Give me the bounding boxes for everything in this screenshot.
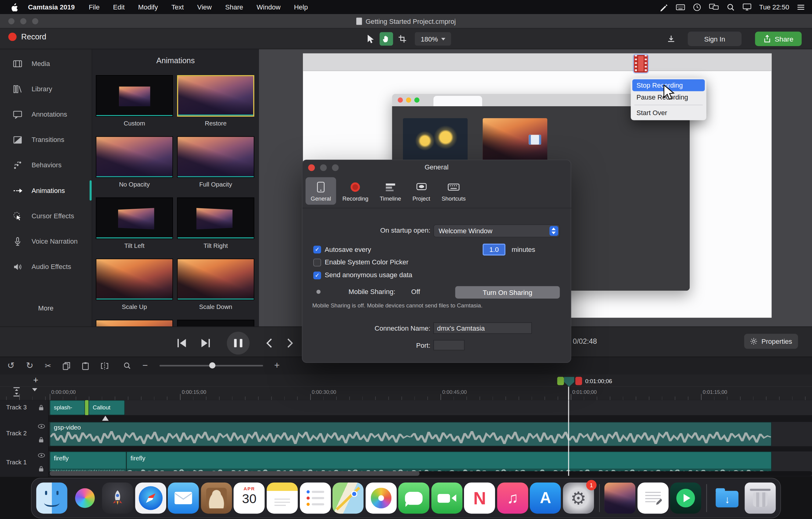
scrollbar-thumb[interactable] xyxy=(50,471,419,476)
dock-news[interactable]: N xyxy=(464,483,495,514)
dock-pictures[interactable] xyxy=(604,483,635,514)
clip-splash[interactable]: splash- xyxy=(50,400,85,415)
dock-mail[interactable] xyxy=(168,483,199,514)
tab-general[interactable]: General xyxy=(306,177,336,205)
menu-view[interactable]: View xyxy=(190,3,219,11)
eye-icon[interactable] xyxy=(38,453,45,458)
sidebar-more[interactable]: More xyxy=(0,304,91,312)
dock-system-preferences[interactable]: ⚙ 1 xyxy=(563,483,594,514)
timeline-lane-track3[interactable] xyxy=(49,400,812,415)
pen-icon[interactable] xyxy=(660,3,668,11)
dock-music[interactable]: ♫ xyxy=(497,483,528,514)
dialog-close-button[interactable] xyxy=(308,164,315,171)
turn-on-sharing-button[interactable]: Turn On Sharing xyxy=(455,286,560,299)
sidebar-item-annotations[interactable]: Annotations xyxy=(0,102,91,127)
dock-calendar[interactable]: APR 30 xyxy=(234,483,265,514)
dialog-zoom-button[interactable] xyxy=(332,164,339,171)
animation-item-tilt-right[interactable]: Tilt Right xyxy=(177,197,254,250)
cut-button[interactable]: ✂ xyxy=(45,361,51,370)
dock-downloads[interactable]: ↓ xyxy=(712,483,743,514)
sidebar-item-media[interactable]: Media xyxy=(0,51,91,76)
split-button[interactable] xyxy=(100,361,109,370)
dock-messages[interactable] xyxy=(398,483,430,514)
dock-textedit[interactable] xyxy=(637,483,668,514)
add-track-button[interactable]: + xyxy=(31,376,40,385)
app-menu-title[interactable]: Camtasia 2019 xyxy=(21,3,82,11)
keyboard-icon[interactable] xyxy=(676,3,685,11)
connection-name-input[interactable] xyxy=(433,322,532,334)
lock-icon[interactable] xyxy=(38,404,44,411)
pause-button[interactable] xyxy=(227,332,250,355)
animation-item-scale-down[interactable]: Scale Down xyxy=(177,258,254,311)
tab-recording[interactable]: Recording xyxy=(337,177,373,205)
monitor-icon[interactable] xyxy=(743,3,751,11)
autosave-checkbox[interactable]: ✓ xyxy=(313,246,321,253)
menu-window[interactable]: Window xyxy=(250,3,287,11)
notification-center-icon[interactable] xyxy=(797,4,805,10)
properties-button[interactable]: Properties xyxy=(744,334,798,349)
sidebar-item-cursor-effects[interactable]: Cursor Effects xyxy=(0,203,91,228)
crop-tool-button[interactable] xyxy=(396,32,409,46)
timeline-zoom-slider[interactable] xyxy=(159,365,263,366)
menu-item-start-over[interactable]: Start Over xyxy=(632,107,705,119)
playhead-handle[interactable] xyxy=(564,377,574,386)
previous-frame-button[interactable] xyxy=(176,338,187,348)
animation-item-tilt-left[interactable]: Tilt Left xyxy=(96,197,173,250)
arrow-tool-button[interactable] xyxy=(364,32,377,46)
timeline-ruler[interactable] xyxy=(0,386,812,400)
dialog-minimize-button[interactable] xyxy=(320,164,327,171)
timeline-marker[interactable] xyxy=(102,416,109,421)
sign-in-button[interactable]: Sign In xyxy=(688,32,742,47)
search-icon[interactable] xyxy=(727,3,735,11)
paste-button[interactable] xyxy=(82,361,89,370)
share-button[interactable]: Share xyxy=(755,32,802,47)
dock-reminders[interactable] xyxy=(299,483,331,514)
startup-open-select[interactable]: Welcome Window xyxy=(433,224,560,237)
tab-project[interactable]: Project xyxy=(407,177,435,205)
menu-share[interactable]: Share xyxy=(219,3,250,11)
eye-icon[interactable] xyxy=(38,424,45,429)
animation-item-partial[interactable] xyxy=(177,320,254,326)
animation-item-partial[interactable] xyxy=(96,320,173,326)
animation-item-custom[interactable]: Custom xyxy=(96,75,173,128)
hand-tool-button[interactable] xyxy=(379,32,393,46)
selection-in-handle[interactable] xyxy=(557,377,564,385)
sidebar-item-library[interactable]: Library xyxy=(0,76,91,102)
sidebar-item-transitions[interactable]: Transitions xyxy=(0,127,91,152)
dock-trash[interactable] xyxy=(745,483,776,514)
zoom-select[interactable]: 180% xyxy=(415,32,451,46)
tab-timeline[interactable]: Timeline xyxy=(375,177,406,205)
sidebar-item-voice-narration[interactable]: Voice Narration xyxy=(0,229,91,254)
menu-modify[interactable]: Modify xyxy=(132,3,165,11)
tab-shortcuts[interactable]: Shortcuts xyxy=(436,177,471,205)
selection-out-handle[interactable] xyxy=(575,377,582,385)
jump-forward-button[interactable] xyxy=(286,337,294,349)
lock-icon[interactable] xyxy=(38,466,44,472)
clock-icon[interactable] xyxy=(693,3,701,11)
dock-facetime[interactable] xyxy=(431,483,462,514)
clip-edge-handle[interactable] xyxy=(85,400,88,415)
record-button[interactable]: Record xyxy=(8,32,46,41)
menu-help[interactable]: Help xyxy=(287,3,315,11)
dock-launchpad[interactable] xyxy=(102,483,133,514)
zoom-in-button[interactable]: + xyxy=(274,360,280,371)
timeline-scrollbar[interactable] xyxy=(49,471,812,476)
zoom-out-button[interactable]: − xyxy=(142,360,148,371)
menu-file[interactable]: File xyxy=(82,3,107,11)
dock-contacts[interactable] xyxy=(201,483,232,514)
sidebar-item-animations[interactable]: Animations xyxy=(0,178,91,203)
dock-notes[interactable] xyxy=(267,483,298,514)
next-frame-button[interactable] xyxy=(200,338,211,348)
apple-menu[interactable] xyxy=(7,2,21,11)
usage-data-checkbox[interactable]: ✓ xyxy=(313,272,321,279)
export-button[interactable] xyxy=(664,33,678,46)
playhead-line[interactable] xyxy=(568,400,569,476)
recording-indicator-icon[interactable] xyxy=(634,55,648,73)
dock-photos[interactable] xyxy=(366,483,397,514)
dock-siri[interactable] xyxy=(69,483,100,514)
port-input[interactable] xyxy=(433,340,465,351)
dock-safari[interactable] xyxy=(135,483,166,514)
copy-button[interactable] xyxy=(63,361,70,370)
dock-finder[interactable] xyxy=(36,483,67,514)
dock-app-store[interactable]: A xyxy=(530,483,561,514)
